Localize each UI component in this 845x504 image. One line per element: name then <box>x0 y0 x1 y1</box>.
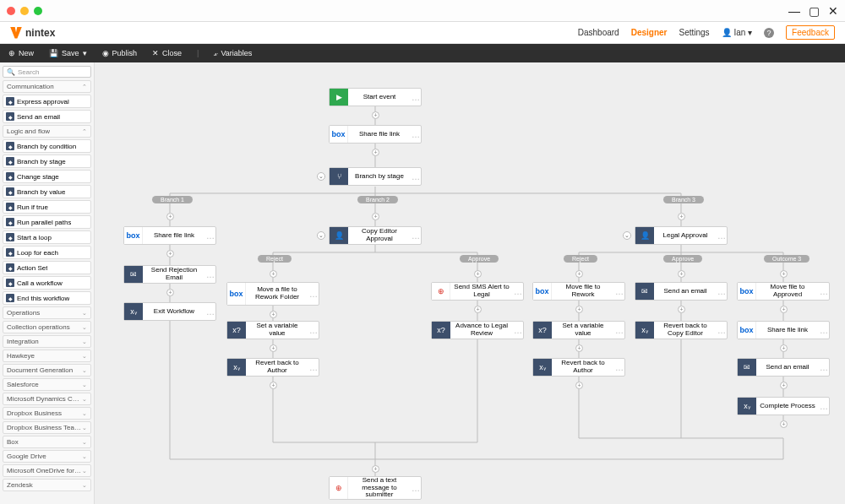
node-revert-author-2[interactable]: xᵧRevert back to Author… <box>532 358 625 377</box>
node-set-variable-2[interactable]: x?Set a variable value… <box>532 321 625 339</box>
node-revert-author[interactable]: xᵧRevert back to Author… <box>226 358 319 377</box>
node-complete-process[interactable]: xᵧComplete Process… <box>737 397 830 415</box>
sidebar-action[interactable]: ◆Run if true <box>3 200 91 214</box>
add-step[interactable]: + <box>474 306 482 313</box>
sidebar-group[interactable]: Zendesk⌄ <box>3 479 91 491</box>
sidebar-action[interactable]: ◆Send an email <box>3 110 91 123</box>
sidebar-group[interactable]: Dropbox Business Team Mgmt⌄ <box>3 421 91 434</box>
sidebar-action[interactable]: ◆Run parallel paths <box>3 215 91 229</box>
add-step[interactable]: + <box>372 111 379 119</box>
sidebar-group[interactable]: Logic and flow⌃ <box>3 125 91 138</box>
sidebar-action[interactable]: ◆End this workflow <box>3 291 91 305</box>
nav-settings[interactable]: Settings <box>679 28 709 37</box>
sidebar-action[interactable]: ◆Call a workflow <box>3 276 91 290</box>
add-step[interactable]: + <box>678 213 685 220</box>
node-move-file-rework[interactable]: boxMove a file to Rework Folder… <box>226 282 319 306</box>
approval-icon: 👤 <box>330 227 348 244</box>
add-step[interactable]: + <box>780 382 788 389</box>
nav-designer[interactable]: Designer <box>631 28 668 37</box>
sidebar-group[interactable]: Collection operations⌄ <box>3 321 91 333</box>
publish-button[interactable]: ◉ Publish <box>102 49 138 57</box>
minimize-window[interactable] <box>20 7 29 15</box>
node-share-file-link-3[interactable]: boxShare file link… <box>737 321 830 339</box>
add-step[interactable]: + <box>575 270 583 278</box>
sidebar-action[interactable]: ◆Branch by stage <box>3 154 91 168</box>
sidebar-group[interactable]: Operations⌄ <box>3 306 91 319</box>
sidebar-action[interactable]: ◆Action Set <box>3 261 91 274</box>
node-exit-workflow[interactable]: xᵧExit Workflow… <box>123 302 216 321</box>
collapse-toggle[interactable]: ⌄ <box>317 172 325 181</box>
maximize-icon[interactable]: ▢ <box>809 4 820 18</box>
sidebar-group[interactable]: Communication⌃ <box>3 80 91 93</box>
sidebar-action[interactable]: ◆Change stage <box>3 170 91 183</box>
box-icon: box <box>738 283 756 300</box>
node-set-variable[interactable]: x?Set a variable value… <box>226 321 319 339</box>
help-icon[interactable]: ? <box>764 28 774 38</box>
node-move-rework-2[interactable]: boxMove file to Rework… <box>532 282 625 301</box>
save-button[interactable]: 💾 Save ▾ <box>49 49 87 57</box>
new-button[interactable]: ⊕ New <box>8 49 34 57</box>
node-start-event[interactable]: ▶Start event… <box>329 88 422 106</box>
sidebar-action[interactable]: ◆Branch by condition <box>3 139 91 153</box>
add-step[interactable]: + <box>166 250 174 257</box>
sidebar-group[interactable]: Document Generation⌄ <box>3 364 91 377</box>
node-legal-approval[interactable]: 👤Legal Approval… <box>635 226 728 245</box>
sidebar-group[interactable]: Google Drive⌄ <box>3 450 91 463</box>
node-send-rejection-email[interactable]: ✉Send Rejection Email… <box>123 265 216 284</box>
node-send-email-3[interactable]: ✉Send an email… <box>737 358 830 377</box>
node-sms-legal[interactable]: ⊕Send SMS Alert to Legal… <box>431 282 524 301</box>
add-step[interactable]: + <box>474 270 482 278</box>
workflow-canvas[interactable]: ▶Start event… + boxShare file link… + ⌄ … <box>95 62 845 504</box>
sidebar-action[interactable]: ◆Loop for each <box>3 246 91 259</box>
sidebar-group[interactable]: Hawkeye⌄ <box>3 350 91 362</box>
collapse-toggle[interactable]: ⌄ <box>317 231 325 240</box>
add-step[interactable]: + <box>575 382 583 389</box>
add-step[interactable]: + <box>270 270 277 278</box>
add-step[interactable]: + <box>166 213 174 220</box>
node-copy-editor-approval[interactable]: 👤Copy Editor Approval… <box>329 226 422 245</box>
sidebar-action[interactable]: ◆Branch by value <box>3 185 91 198</box>
add-step[interactable]: + <box>780 420 788 428</box>
sidebar-group[interactable]: Salesforce⌄ <box>3 378 91 391</box>
node-revert-copy-editor[interactable]: xᵧRevert back to Copy Editor… <box>635 321 728 339</box>
add-step[interactable]: + <box>678 270 685 278</box>
sidebar-group[interactable]: Dropbox Business⌄ <box>3 407 91 420</box>
sidebar-group[interactable]: Microsoft OneDrive for Business⌄ <box>3 464 91 477</box>
add-step[interactable]: + <box>575 306 583 313</box>
zoom-window[interactable] <box>34 7 42 15</box>
add-step[interactable]: + <box>270 382 277 389</box>
nav-feedback[interactable]: Feedback <box>786 25 835 40</box>
add-step[interactable]: + <box>575 344 583 352</box>
add-step[interactable]: + <box>270 344 277 352</box>
add-step[interactable]: + <box>780 270 788 278</box>
nav-dashboard[interactable]: Dashboard <box>578 28 619 37</box>
add-step[interactable]: + <box>780 344 788 352</box>
node-sms-submitter[interactable]: ⊕Send a text message to submitter… <box>329 476 422 500</box>
variables-button[interactable]: 𝓍 Variables <box>214 49 252 58</box>
close-button[interactable]: ✕ Close <box>152 49 182 57</box>
add-step[interactable]: + <box>780 306 788 313</box>
add-step[interactable]: + <box>372 465 379 473</box>
node-move-approved[interactable]: boxMove file to Approved… <box>737 282 830 301</box>
sidebar-group[interactable]: Integration⌄ <box>3 335 91 348</box>
minimize-icon[interactable]: — <box>788 4 800 18</box>
node-branch-by-stage[interactable]: ⑂Branch by stage… <box>329 167 422 186</box>
add-step[interactable]: + <box>372 149 379 156</box>
nav-user[interactable]: 👤 Ian ▾ <box>722 28 752 37</box>
add-step[interactable]: + <box>678 306 685 313</box>
close-window[interactable] <box>7 7 15 15</box>
add-step[interactable]: + <box>166 289 174 296</box>
sidebar-group[interactable]: Microsoft Dynamics CRM⌄ <box>3 393 91 405</box>
node-send-email-2[interactable]: ✉Send an email… <box>635 282 728 301</box>
close-icon[interactable]: ✕ <box>828 4 838 18</box>
sidebar-action[interactable]: ◆Express approval <box>3 95 91 108</box>
node-share-file-link-2[interactable]: boxShare file link… <box>123 226 216 245</box>
search-input[interactable]: 🔍 Search <box>3 66 91 78</box>
node-advance-legal[interactable]: x?Advance to Legal Review… <box>431 321 524 339</box>
collapse-toggle[interactable]: ⌄ <box>623 231 631 240</box>
node-share-file-link-1[interactable]: boxShare file link… <box>329 125 422 144</box>
sidebar-action[interactable]: ◆Start a loop <box>3 230 91 244</box>
add-step[interactable]: + <box>270 311 277 318</box>
add-step[interactable]: + <box>372 213 379 220</box>
sidebar-group[interactable]: Box⌄ <box>3 436 91 448</box>
